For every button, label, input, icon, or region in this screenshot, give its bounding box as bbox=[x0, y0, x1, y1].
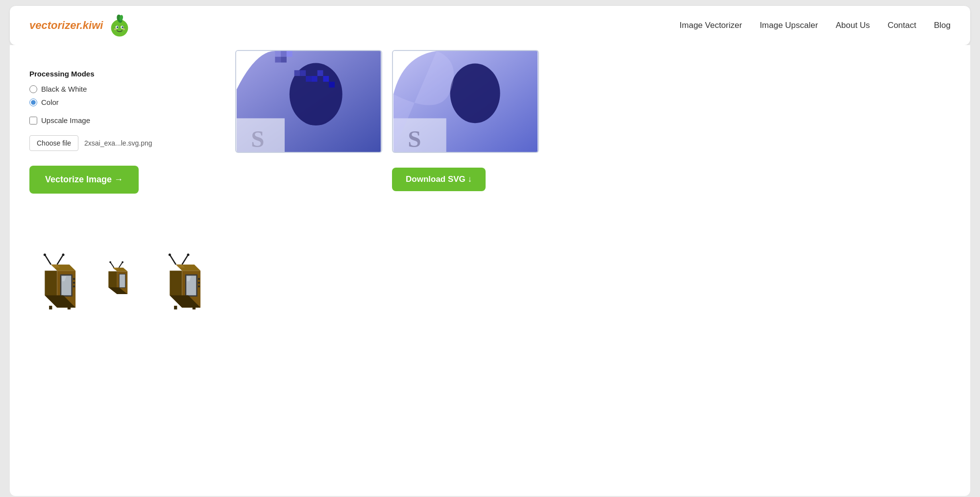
preview-row: S bbox=[235, 50, 539, 153]
left-panel: Processing Modes Black & White Color Ups… bbox=[29, 55, 216, 476]
svg-point-39 bbox=[168, 253, 171, 256]
svg-line-26 bbox=[111, 262, 115, 268]
vectorized-preview-svg: S bbox=[393, 51, 538, 152]
svg-rect-64 bbox=[312, 76, 318, 82]
main-nav: Image Vectorizer Image Upscaler About Us… bbox=[680, 21, 951, 30]
svg-rect-58 bbox=[275, 57, 281, 63]
svg-point-8 bbox=[122, 28, 125, 30]
svg-rect-50 bbox=[198, 285, 200, 287]
svg-rect-61 bbox=[294, 70, 300, 76]
svg-rect-57 bbox=[287, 51, 293, 57]
svg-rect-53 bbox=[192, 306, 195, 310]
pixel-tv-large-right bbox=[154, 238, 216, 355]
choose-file-button[interactable]: Choose file bbox=[29, 135, 78, 151]
nav-image-vectorizer[interactable]: Image Vectorizer bbox=[680, 21, 742, 30]
processing-mode-group: Black & White Color bbox=[29, 85, 216, 106]
mode-bw-radio[interactable] bbox=[29, 85, 37, 93]
upscale-option[interactable]: Upscale Image bbox=[29, 116, 216, 124]
svg-rect-56 bbox=[281, 51, 287, 57]
svg-rect-67 bbox=[329, 82, 335, 88]
logo-area: vectorizer.kiwi bbox=[29, 13, 132, 38]
nav-image-upscaler[interactable]: Image Upscaler bbox=[760, 21, 818, 30]
right-panel: S bbox=[216, 55, 951, 476]
svg-rect-20 bbox=[73, 278, 75, 280]
svg-rect-52 bbox=[174, 306, 177, 310]
svg-rect-49 bbox=[198, 282, 200, 284]
tv-illustration-area bbox=[29, 218, 216, 355]
mode-color-label: Color bbox=[41, 98, 59, 106]
processing-modes-title: Processing Modes bbox=[29, 70, 216, 78]
svg-rect-22 bbox=[73, 285, 75, 287]
nav-contact[interactable]: Contact bbox=[887, 21, 916, 30]
svg-point-40 bbox=[187, 253, 189, 256]
svg-rect-62 bbox=[300, 70, 306, 76]
svg-rect-21 bbox=[73, 282, 75, 284]
svg-rect-59 bbox=[281, 57, 287, 63]
svg-rect-69 bbox=[237, 118, 285, 152]
download-svg-button[interactable]: Download SVG ↓ bbox=[392, 168, 486, 191]
vectorized-preview: S bbox=[392, 50, 539, 153]
header: vectorizer.kiwi Image Vectorizer Image U… bbox=[10, 6, 970, 45]
svg-line-37 bbox=[170, 255, 176, 265]
svg-point-7 bbox=[114, 28, 117, 30]
svg-point-29 bbox=[122, 261, 124, 263]
file-name-display: 2xsai_exa...le.svg.png bbox=[84, 139, 152, 147]
original-preview: S bbox=[235, 50, 382, 153]
nav-about-us[interactable]: About Us bbox=[835, 21, 870, 30]
svg-rect-25 bbox=[68, 306, 71, 310]
svg-rect-24 bbox=[49, 306, 52, 310]
pixel-tv-small-center bbox=[100, 250, 134, 328]
original-preview-svg: S bbox=[236, 51, 381, 152]
upscale-checkbox[interactable] bbox=[29, 117, 37, 124]
svg-line-9 bbox=[45, 255, 51, 265]
svg-rect-66 bbox=[323, 76, 329, 82]
svg-line-27 bbox=[119, 262, 123, 268]
upscale-label: Upscale Image bbox=[41, 116, 90, 124]
svg-line-38 bbox=[182, 255, 188, 265]
mode-color-radio[interactable] bbox=[29, 99, 37, 106]
svg-point-11 bbox=[44, 253, 46, 256]
svg-point-71 bbox=[450, 64, 500, 124]
svg-rect-55 bbox=[275, 51, 281, 57]
svg-point-12 bbox=[62, 253, 65, 256]
svg-rect-63 bbox=[306, 76, 312, 82]
kiwi-logo-icon bbox=[107, 13, 132, 38]
logo-text[interactable]: vectorizer.kiwi bbox=[29, 19, 103, 32]
svg-rect-48 bbox=[198, 278, 200, 280]
mode-bw-label: Black & White bbox=[41, 85, 87, 93]
pixel-tv-large-left bbox=[29, 238, 91, 355]
vectorize-button[interactable]: Vectorize Image → bbox=[29, 166, 139, 194]
svg-point-28 bbox=[110, 261, 112, 263]
svg-rect-65 bbox=[318, 70, 323, 76]
nav-blog[interactable]: Blog bbox=[934, 21, 951, 30]
mode-bw-option[interactable]: Black & White bbox=[29, 85, 216, 93]
main-wrapper: Processing Modes Black & White Color Ups… bbox=[10, 45, 970, 496]
file-input-row: Choose file 2xsai_exa...le.svg.png bbox=[29, 135, 216, 151]
svg-line-10 bbox=[57, 255, 63, 265]
svg-marker-34 bbox=[120, 274, 125, 287]
mode-color-option[interactable]: Color bbox=[29, 98, 216, 106]
